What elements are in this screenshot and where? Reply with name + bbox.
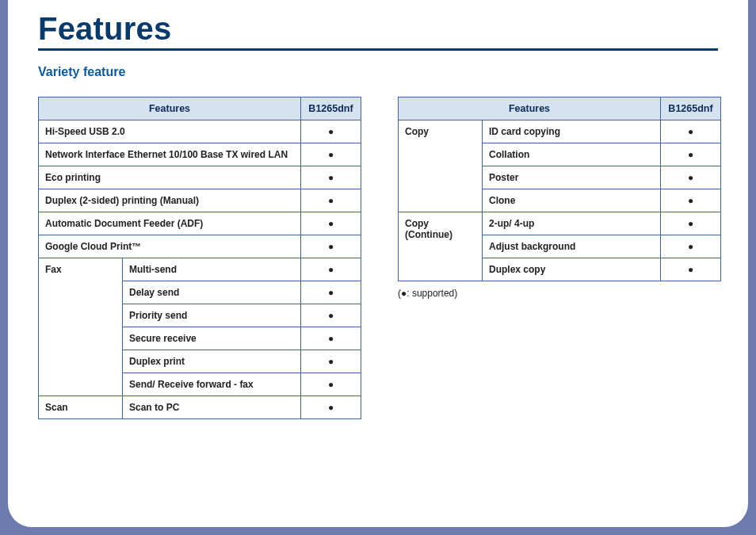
features-table-2: Features B1265dnf CopyID card copying●Co…: [398, 97, 721, 281]
content-columns: Features B1265dnf Hi-Speed USB 2.0●Netwo…: [38, 97, 718, 419]
feature-cell: ID card copying: [483, 120, 661, 143]
support-mark: ●: [301, 212, 361, 235]
table-row: Eco printing●: [39, 166, 361, 189]
feature-cell: Duplex print: [123, 350, 301, 373]
support-mark: ●: [301, 258, 361, 281]
feature-cell: Eco printing: [39, 166, 301, 189]
support-mark: ●: [301, 189, 361, 212]
group-cell: Copy (Continue): [399, 212, 483, 281]
table-row: ScanScan to PC●: [39, 396, 361, 419]
th-features: Features: [399, 97, 661, 120]
column-left: Features B1265dnf Hi-Speed USB 2.0●Netwo…: [38, 97, 361, 419]
support-mark: ●: [301, 120, 361, 143]
support-mark: ●: [301, 327, 361, 350]
section-subtitle: Variety feature: [38, 65, 718, 79]
table-row: Duplex (2-sided) printing (Manual)●: [39, 189, 361, 212]
support-mark: ●: [301, 373, 361, 396]
group-cell: Fax: [39, 258, 123, 396]
table-row: FaxMulti-send●: [39, 258, 361, 281]
support-mark: ●: [301, 304, 361, 327]
support-mark: ●: [301, 143, 361, 166]
group-cell: Scan: [39, 396, 123, 419]
support-mark: ●: [661, 235, 721, 258]
feature-cell: Duplex (2-sided) printing (Manual): [39, 189, 301, 212]
table-row: Automatic Document Feeder (ADF)●: [39, 212, 361, 235]
th-model: B1265dnf: [661, 97, 721, 120]
table-row: Google Cloud Print™●: [39, 235, 361, 258]
support-mark: ●: [301, 281, 361, 304]
feature-cell: Hi-Speed USB 2.0: [39, 120, 301, 143]
table-row: Hi-Speed USB 2.0●: [39, 120, 361, 143]
feature-cell: Automatic Document Feeder (ADF): [39, 212, 301, 235]
support-mark: ●: [661, 120, 721, 143]
feature-cell: Secure receive: [123, 327, 301, 350]
feature-cell: Scan to PC: [123, 396, 301, 419]
feature-cell: Send/ Receive forward - fax: [123, 373, 301, 396]
support-mark: ●: [661, 189, 721, 212]
support-mark: ●: [661, 258, 721, 281]
feature-cell: Google Cloud Print™: [39, 235, 301, 258]
support-mark: ●: [301, 166, 361, 189]
table-row: Network Interface Ethernet 10/100 Base T…: [39, 143, 361, 166]
feature-cell: Duplex copy: [483, 258, 661, 281]
feature-cell: Poster: [483, 166, 661, 189]
feature-cell: Network Interface Ethernet 10/100 Base T…: [39, 143, 301, 166]
document-page: Features Variety feature Features B1265d…: [8, 0, 748, 527]
feature-cell: Priority send: [123, 304, 301, 327]
support-mark: ●: [301, 350, 361, 373]
page-title: Features: [38, 11, 718, 51]
support-mark: ●: [661, 212, 721, 235]
feature-cell: Collation: [483, 143, 661, 166]
feature-cell: Clone: [483, 189, 661, 212]
support-mark: ●: [661, 166, 721, 189]
th-features: Features: [39, 97, 301, 120]
feature-cell: Multi-send: [123, 258, 301, 281]
column-right: Features B1265dnf CopyID card copying●Co…: [398, 97, 721, 299]
table-row: Copy (Continue)2-up/ 4-up●: [399, 212, 721, 235]
support-mark: ●: [661, 143, 721, 166]
support-mark: ●: [301, 396, 361, 419]
support-mark: ●: [301, 235, 361, 258]
feature-cell: Adjust background: [483, 235, 661, 258]
group-cell: Copy: [399, 120, 483, 212]
th-model: B1265dnf: [301, 97, 361, 120]
feature-cell: 2-up/ 4-up: [483, 212, 661, 235]
table-row: CopyID card copying●: [399, 120, 721, 143]
features-table-1: Features B1265dnf Hi-Speed USB 2.0●Netwo…: [38, 97, 361, 419]
legend-text: (●: supported): [398, 288, 721, 299]
feature-cell: Delay send: [123, 281, 301, 304]
